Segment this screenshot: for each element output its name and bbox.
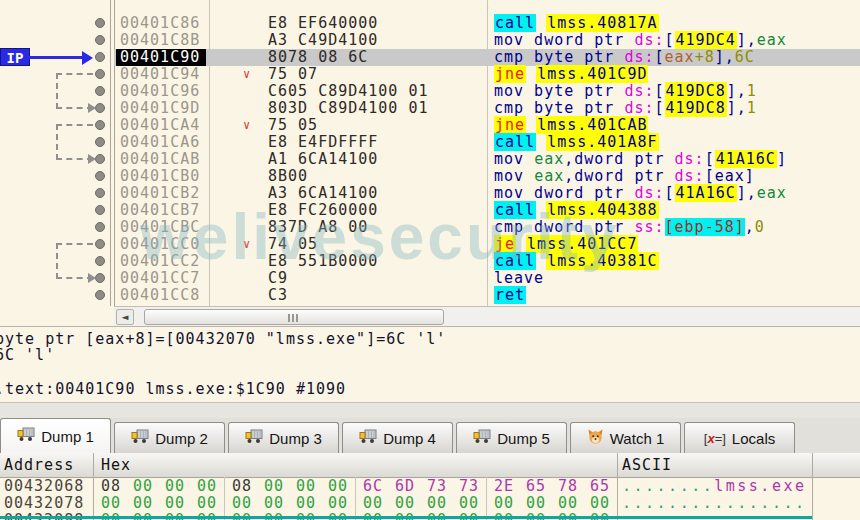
breakpoint-dot[interactable] xyxy=(95,290,105,300)
instruction-text: mov dword ptr ds:[419DC4],eax xyxy=(494,32,787,49)
hex-group: 08000000 xyxy=(101,478,229,495)
dump-icon xyxy=(359,429,377,444)
instruction-text: mov eax,dword ptr ds:[41A16C] xyxy=(494,151,787,168)
disassembly-row[interactable]: 00401C908078 08 6Ccmp byte ptr ds:[eax+8… xyxy=(0,49,860,66)
dump-selection-line xyxy=(0,516,812,519)
instruction-address: 00401CB2 xyxy=(120,185,200,202)
hex-group: 00000000 xyxy=(232,495,360,512)
dump-icon-holder xyxy=(131,429,149,447)
column-header-hex: Hex xyxy=(101,456,131,474)
breakpoint-dot[interactable] xyxy=(95,18,105,28)
dump-tab-bar: Dump 1Dump 2Dump 3Dump 4Dump 5Watch 1[x=… xyxy=(0,418,860,453)
breakpoint-dot[interactable] xyxy=(95,256,105,266)
disassembly-row[interactable]: 00401CC7C9leave xyxy=(0,270,860,287)
instruction-address: 00401CC8 xyxy=(120,287,200,304)
instruction-text: cmp byte ptr ds:[eax+8],6C xyxy=(494,49,755,66)
breakpoint-dot[interactable] xyxy=(95,273,105,283)
disassembly-row[interactable]: 00401CB08B00mov eax,dword ptr ds:[eax] xyxy=(0,168,860,185)
instruction-bytes: 8B00 xyxy=(268,168,308,185)
disassembly-rows: 00401C86E8 EF640000call lmss.40817A00401… xyxy=(0,15,860,304)
dump-rows: 0043206808000000080000006C6D73732E657865… xyxy=(0,478,860,520)
tab-dump-1[interactable]: Dump 1 xyxy=(0,418,111,453)
dump-icon-holder xyxy=(473,429,491,447)
horizontal-scrollbar[interactable]: ◄ xyxy=(114,306,860,327)
info-line-1: byte ptr [eax+8]=[00432070 "lmss.exe"]=6… xyxy=(0,327,860,347)
breakpoint-dot[interactable] xyxy=(95,35,105,45)
jump-arrowhead-icon xyxy=(88,103,96,113)
instruction-text: jne lmss.401CAB xyxy=(494,117,648,134)
breakpoint-dot[interactable] xyxy=(95,154,105,164)
scroll-left-arrow-icon[interactable]: ◄ xyxy=(116,309,134,325)
panel-splitter[interactable] xyxy=(0,402,860,419)
breakpoint-dot[interactable] xyxy=(95,69,105,79)
breakpoint-dot[interactable] xyxy=(95,171,105,181)
instruction-address: 00401CA4 xyxy=(120,117,200,134)
watch-icon-holder xyxy=(587,429,604,448)
tab-label: Dump 5 xyxy=(497,430,550,447)
disassembly-row[interactable]: 00401CB7E8 FC260000call lmss.404388 xyxy=(0,202,860,219)
breakpoint-dot[interactable] xyxy=(95,52,105,62)
disassembly-row[interactable]: 00401C96C605 C89D4100 01mov byte ptr ds:… xyxy=(0,83,860,100)
jump-direction-icon: ∨ xyxy=(243,66,251,83)
instruction-address: 00401C8B xyxy=(120,32,200,49)
disassembly-row[interactable]: 00401C8BA3 C49D4100mov dword ptr ds:[419… xyxy=(0,32,860,49)
disassembly-row[interactable]: 00401CB2A3 6CA14100mov dword ptr ds:[41A… xyxy=(0,185,860,202)
instruction-text: call lmss.401A8F xyxy=(494,134,659,151)
instruction-text: call lmss.404388 xyxy=(494,202,659,219)
instruction-address: 00401CBC xyxy=(120,219,200,236)
hex-group: 2E657865 xyxy=(494,478,622,495)
breakpoint-dot[interactable] xyxy=(95,205,105,215)
disassembly-row[interactable]: 00401C94∨75 07jne lmss.401C9D xyxy=(0,66,860,83)
tab-dump-2[interactable]: Dump 2 xyxy=(114,422,225,453)
instruction-text: je lmss.401CC7 xyxy=(494,236,638,253)
dump-ascii: ........lmss.exe xyxy=(622,478,807,495)
hex-group: 6C6D7373 xyxy=(363,478,491,495)
breakpoint-dot[interactable] xyxy=(95,86,105,96)
disassembly-row[interactable]: 00401CBC837D A8 00cmp dword ptr ss:[ebp-… xyxy=(0,219,860,236)
scrollbar-thumb[interactable] xyxy=(144,309,444,325)
status-line: .text:00401C90 lmss.exe:$1C90 #1090 xyxy=(0,381,860,397)
instruction-bytes: 837D A8 00 xyxy=(268,219,368,236)
tab-dump-5[interactable]: Dump 5 xyxy=(456,422,567,453)
instruction-address: 00401C90 xyxy=(116,49,206,66)
tab-dump-3[interactable]: Dump 3 xyxy=(228,422,339,453)
instruction-address: 00401CA6 xyxy=(120,134,200,151)
disassembly-row[interactable]: 00401CA6E8 E4FDFFFFcall lmss.401A8F xyxy=(0,134,860,151)
tab-watch-1[interactable]: Watch 1 xyxy=(570,422,681,453)
disassembly-row[interactable]: 00401CC8C3ret xyxy=(0,287,860,304)
instruction-bytes: E8 E4FDFFFF xyxy=(268,134,378,151)
instruction-bytes: C605 C89D4100 01 xyxy=(268,83,429,100)
disassembly-row[interactable]: 00401CC2E8 551B0000call lmss.40381C xyxy=(0,253,860,270)
hex-group: 08000000 xyxy=(232,478,360,495)
instruction-text: jne lmss.401C9D xyxy=(494,66,648,83)
disassembly-row[interactable]: 00401CABA1 6CA14100mov eax,dword ptr ds:… xyxy=(0,151,860,168)
tab-label: Watch 1 xyxy=(610,430,664,447)
instruction-bytes: E8 EF640000 xyxy=(268,15,378,32)
disassembly-row[interactable]: 00401C86E8 EF640000call lmss.40817A xyxy=(0,15,860,32)
eip-label: IP xyxy=(0,48,30,66)
dump-icon xyxy=(473,429,491,444)
dump-row[interactable]: 0043206808000000080000006C6D73732E657865… xyxy=(0,478,860,495)
instruction-bytes: E8 551B0000 xyxy=(268,253,378,270)
hex-group: 00000000 xyxy=(101,495,229,512)
tab-locals[interactable]: [x=]Locals xyxy=(684,422,795,453)
breakpoint-dot[interactable] xyxy=(95,188,105,198)
disassembly-row[interactable]: 00401CC0∨74 05je lmss.401CC7 xyxy=(0,236,860,253)
breakpoint-dot[interactable] xyxy=(95,120,105,130)
disassembly-row[interactable]: 00401C9D803D C89D4100 01cmp byte ptr ds:… xyxy=(0,100,860,117)
dump-table-header: Address Hex ASCII xyxy=(0,453,860,478)
breakpoint-dot[interactable] xyxy=(95,239,105,249)
instruction-bytes: 74 05 xyxy=(268,236,318,253)
disassembly-row[interactable]: 00401CA4∨75 05jne lmss.401CAB xyxy=(0,117,860,134)
instruction-address: 00401CAB xyxy=(120,151,200,168)
instruction-address: 00401CC0 xyxy=(120,236,200,253)
tab-dump-4[interactable]: Dump 4 xyxy=(342,422,453,453)
disassembly-panel: 00401C86E8 EF640000call lmss.40817A00401… xyxy=(0,0,860,326)
column-header-address: Address xyxy=(4,456,74,474)
dump-icon xyxy=(131,429,149,444)
breakpoint-dot[interactable] xyxy=(95,222,105,232)
eip-arrow xyxy=(29,56,83,59)
breakpoint-dot[interactable] xyxy=(95,103,105,113)
dump-row[interactable]: 0043207800000000000000000000000000000000… xyxy=(0,495,860,512)
breakpoint-dot[interactable] xyxy=(95,137,105,147)
